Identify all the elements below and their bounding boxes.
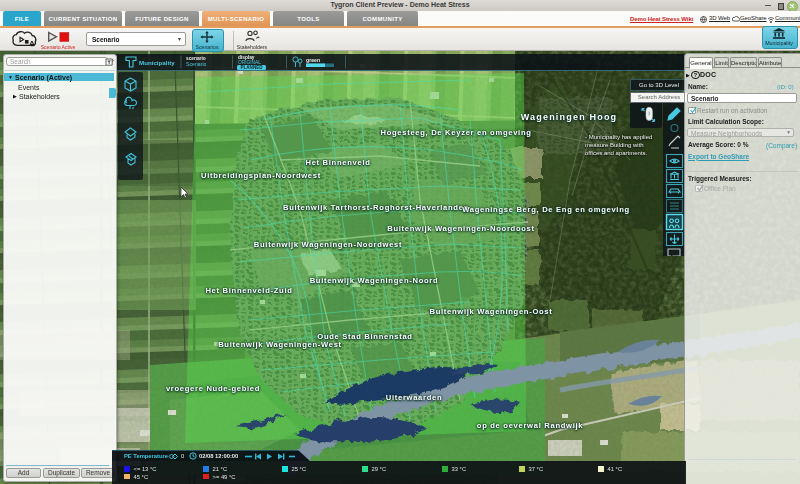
svg-text:Municipality: Municipality bbox=[139, 59, 175, 66]
svg-text:green: green bbox=[306, 57, 320, 63]
svg-text:Scenario: Scenario bbox=[186, 61, 207, 67]
svg-text:PLANNED: PLANNED bbox=[240, 65, 263, 70]
